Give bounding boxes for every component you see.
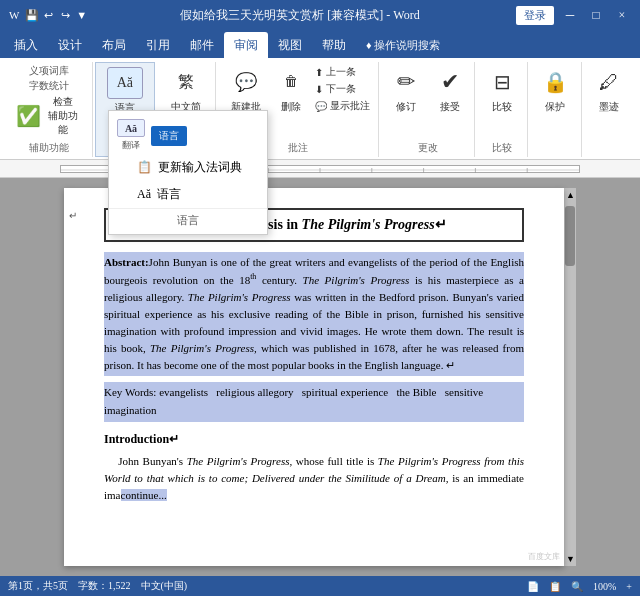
delete-comment-button[interactable]: 🗑 删除	[272, 64, 309, 116]
close-button[interactable]: ×	[612, 5, 632, 25]
intro-paragraph: John Bunyan's The Pilgrim's Progress, wh…	[104, 453, 524, 504]
window-controls: 登录 ─ □ ×	[512, 5, 632, 25]
watermark: 百度文库	[528, 551, 560, 564]
delete-icon: 🗑	[275, 66, 307, 98]
delete-label: 删除	[281, 100, 301, 114]
ribbon-group-ink: 🖊 墨迹	[584, 62, 634, 157]
zoom-in-icon[interactable]: +	[626, 581, 632, 592]
update-dict-item[interactable]: 📋 更新输入法词典	[109, 154, 267, 181]
ribbon-group-tracking: ✏ 修订 ✔ 接受 更改	[381, 62, 475, 157]
new-comment-icon: 💬	[230, 66, 262, 98]
proofing-items: 义项词库 字数统计	[29, 64, 69, 93]
tab-insert[interactable]: 插入	[4, 32, 48, 58]
highlighted-text: continue...	[121, 489, 167, 501]
abstract-label: Abstract:	[104, 256, 149, 268]
zoom-level: 100%	[593, 581, 616, 592]
scroll-up-arrow[interactable]: ▲	[564, 188, 576, 202]
tab-mail[interactable]: 邮件	[180, 32, 224, 58]
lang-item-icon: Aă	[137, 187, 151, 202]
tab-design[interactable]: 设计	[48, 32, 92, 58]
ribbon-group-compare: ⊟ 比较 比较	[477, 62, 528, 157]
tracking-group-label: 更改	[418, 139, 438, 155]
compare-label: 比较	[492, 100, 512, 114]
restore-button[interactable]: □	[586, 5, 606, 25]
chinese-convert-icon: 繁	[170, 66, 202, 98]
update-dict-icon: 📋	[137, 160, 152, 175]
document-page[interactable]: ↵ Literary analysis in The Pilgrim's Pro…	[64, 188, 564, 566]
document-area: ↵ Literary analysis in The Pilgrim's Pro…	[0, 178, 640, 576]
compare-group-label: 比较	[492, 139, 512, 155]
update-dict-label: 更新输入法词典	[158, 159, 242, 176]
prev-comment-button[interactable]: ⬆上一条	[313, 64, 358, 80]
intro-heading: Introduction↵	[104, 430, 524, 449]
protect-button[interactable]: 🔒 保护	[535, 64, 575, 116]
ink-label: 墨迹	[599, 100, 619, 114]
accept-icon: ✔	[434, 66, 466, 98]
redo-icon[interactable]: ↪	[59, 7, 72, 23]
title-bar: W 💾 ↩ ↪ ▼ 假如给我三天光明英文赏析 [兼容模式] - Word 登录 …	[0, 0, 640, 30]
word-count: 字数：1,522	[78, 579, 131, 593]
minimize-button[interactable]: ─	[560, 5, 580, 25]
quick-access-dropdown-icon[interactable]: ▼	[76, 7, 89, 23]
ribbon-tab-bar: 插入 设计 布局 引用 邮件 审阅 视图 帮助 ♦ 操作说明搜索	[0, 30, 640, 58]
show-comments-button[interactable]: 💬显示批注	[313, 98, 372, 114]
accept-button[interactable]: ✔ 接受	[430, 64, 470, 116]
protect-icon: 🔒	[539, 66, 571, 98]
language-menu-button[interactable]: 语言	[151, 126, 187, 146]
wordcount-label: 字数统计	[29, 79, 69, 93]
save-icon[interactable]: 💾	[25, 7, 39, 23]
language-dropdown: Aă 翻译 语言 📋 更新输入法词典 Aă 语言 语言	[108, 110, 268, 235]
login-button[interactable]: 登录	[516, 6, 554, 25]
tab-review[interactable]: 审阅	[224, 32, 268, 58]
down-icon: ⬇	[315, 84, 323, 95]
word-logo-icon: W	[8, 7, 21, 23]
track-label: 修订	[396, 100, 416, 114]
ribbon-group-protect: 🔒 保护	[530, 62, 581, 157]
tab-references[interactable]: 引用	[136, 32, 180, 58]
scroll-thumb[interactable]	[565, 206, 575, 266]
next-comment-button[interactable]: ⬇下一条	[313, 81, 358, 97]
undo-icon[interactable]: ↩	[43, 7, 56, 23]
comment-nav: ⬆上一条 ⬇下一条 💬显示批注	[313, 64, 372, 114]
protect-label: 保护	[545, 100, 565, 114]
track-icon: ✏	[390, 66, 422, 98]
check-accessibility-button[interactable]: ✅ 检查辅助功能	[12, 93, 86, 139]
accept-label: 接受	[440, 100, 460, 114]
up-icon: ⬆	[315, 67, 323, 78]
vertical-scrollbar[interactable]: ▲ ▼	[564, 188, 576, 566]
compare-button[interactable]: ⊟ 比较	[482, 64, 522, 116]
check-label: 检查辅助功能	[45, 95, 82, 137]
zoom-out-icon[interactable]: 🔍	[571, 581, 583, 592]
view-print-icon[interactable]: 📄	[527, 581, 539, 592]
track-changes-button[interactable]: ✏ 修订	[386, 64, 426, 116]
dropdown-section: 语言	[109, 208, 267, 230]
view-web-icon[interactable]: 📋	[549, 581, 561, 592]
tab-view[interactable]: 视图	[268, 32, 312, 58]
tracking-items: ✏ 修订 ✔ 接受	[386, 64, 470, 139]
tab-layout[interactable]: 布局	[92, 32, 136, 58]
proofing-group-label: 辅助功能	[29, 139, 69, 155]
keywords-label: Key Words:	[104, 386, 156, 398]
comments-group-label: 批注	[288, 139, 308, 155]
language-icon: Aă	[107, 67, 143, 99]
check-icon: ✅	[16, 104, 41, 128]
tab-help[interactable]: 帮助	[312, 32, 356, 58]
quick-access-bar[interactable]: W 💾 ↩ ↪ ▼	[8, 7, 88, 23]
keywords-paragraph: Key Words: evangelists religious allegor…	[104, 382, 524, 421]
ink-button[interactable]: 🖊 墨迹	[589, 64, 629, 116]
lang-item-label: 语言	[157, 186, 181, 203]
status-bar: 第1页，共5页 字数：1,522 中文(中国) 📄 📋 🔍 100% +	[0, 576, 640, 596]
horizontal-ruler	[0, 160, 640, 178]
ribbon-content: 义项词库 字数统计 ✅ 检查辅助功能 辅助功能 Aă 语言 语言	[0, 58, 640, 160]
tab-search[interactable]: ♦ 操作说明搜索	[356, 32, 450, 58]
compare-icon: ⊟	[486, 66, 518, 98]
cursor-marker: ↵	[69, 208, 77, 224]
lang-item[interactable]: Aă 语言	[109, 181, 267, 208]
translate-top: Aă	[117, 119, 145, 137]
doc-scroll-container: ↵ Literary analysis in The Pilgrim's Pro…	[64, 188, 576, 566]
comments-icon: 💬	[315, 101, 327, 112]
language-status: 中文(中国)	[141, 579, 188, 593]
scroll-down-arrow[interactable]: ▼	[564, 552, 576, 566]
ribbon-group-proofing: 义项词库 字数统计 ✅ 检查辅助功能 辅助功能	[6, 62, 93, 157]
ink-icon: 🖊	[593, 66, 625, 98]
